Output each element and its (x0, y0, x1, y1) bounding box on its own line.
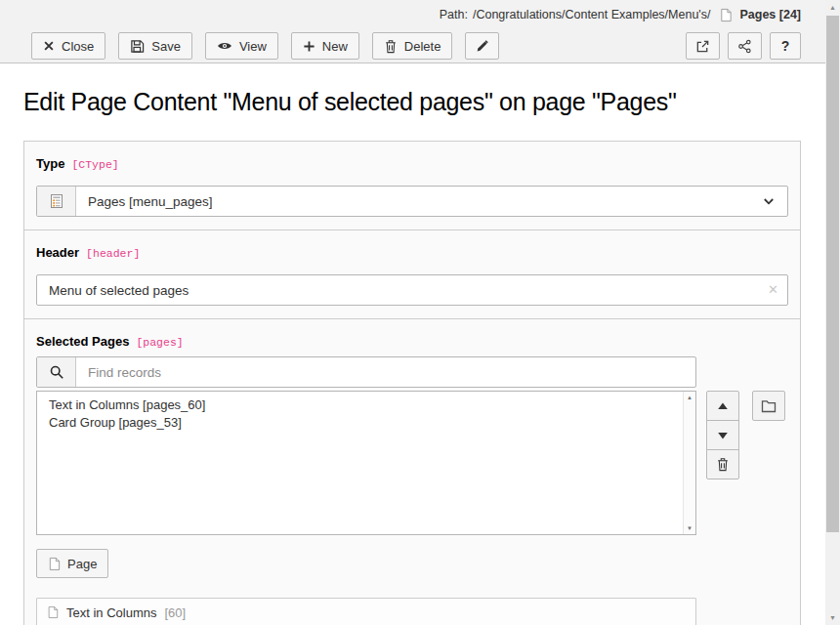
save-button[interactable]: Save (118, 32, 192, 60)
arrow-down-icon (717, 431, 729, 440)
share-icon (737, 39, 752, 54)
folder-icon (761, 399, 777, 413)
plus-icon (303, 40, 315, 53)
doc-header: Close Save View (0, 29, 825, 63)
record-panels: Text in Columns [60] (36, 598, 696, 625)
list-scrollbar[interactable]: ▲ ▼ (683, 392, 695, 534)
external-link-icon (695, 39, 710, 54)
page-icon (48, 557, 61, 571)
pencil-icon (475, 39, 489, 54)
scroll-down-icon[interactable]: ▼ (825, 610, 840, 625)
scroll-down-icon[interactable]: ▼ (687, 524, 693, 532)
help-button[interactable]: ? (770, 32, 801, 60)
new-button[interactable]: New (291, 32, 359, 60)
trash-icon (384, 39, 398, 54)
section-type: Type[CType] (23, 141, 801, 230)
field-label-header: Header[header] (36, 245, 788, 262)
field-label-type: Type[CType] (36, 156, 788, 173)
edit-form: Type[CType] (23, 141, 801, 625)
eye-icon (217, 39, 232, 53)
menu-pages-icon (49, 193, 64, 209)
field-label-pages: Selected Pages[pages] (36, 334, 788, 351)
section-header: Header[header] ✕ (23, 229, 801, 319)
type-select-value: Pages [menu_pages] (76, 187, 761, 216)
page-icon (47, 605, 59, 619)
page-title: Edit Page Content "Menu of selected page… (23, 88, 825, 116)
content-element-icon-addon (37, 187, 76, 216)
save-icon (130, 39, 145, 54)
record-title: Text in Columns (66, 605, 156, 620)
search-addon (37, 357, 76, 387)
section-selected-pages: Selected Pages[pages] Text in Col (23, 318, 801, 625)
chevron-down-icon (761, 187, 787, 216)
scroll-up-icon[interactable]: ▲ (825, 0, 840, 15)
question-icon: ? (781, 38, 790, 54)
move-down-button[interactable] (706, 420, 739, 450)
header-input[interactable] (36, 274, 788, 306)
record-search-group (36, 356, 696, 388)
record-panel[interactable]: Text in Columns [60] (36, 598, 696, 625)
search-input[interactable] (76, 357, 695, 387)
list-item[interactable]: Card Group [pages_53] (45, 414, 676, 432)
header-field-wrap: ✕ (36, 274, 788, 306)
trash-icon (716, 457, 730, 472)
delete-button[interactable]: Delete (372, 32, 453, 60)
toolbar-right: ? (686, 32, 801, 60)
field-code-header: [header] (86, 247, 140, 260)
page-scrollbar[interactable]: ▲ ▼ (825, 0, 840, 625)
field-code-pages: [pages] (136, 336, 183, 349)
record-title: Pages [24] (739, 8, 801, 21)
add-page-button[interactable]: Page (36, 549, 108, 578)
scrollbar-thumb[interactable] (826, 16, 839, 532)
path-label: Path: (440, 8, 468, 21)
clear-icon[interactable]: ✕ (768, 281, 778, 299)
selected-pages-listbox[interactable]: Text in Columns [pages_60] Card Group [p… (36, 391, 696, 535)
arrow-up-icon (717, 401, 729, 411)
listbox-options: Text in Columns [pages_60] Card Group [p… (37, 392, 695, 437)
module-body: Edit Page Content "Menu of selected page… (0, 64, 825, 625)
pages-field-row: Text in Columns [pages_60] Card Group [p… (36, 391, 788, 535)
view-button[interactable]: View (205, 32, 278, 60)
search-icon (49, 364, 64, 380)
record-uid: [60] (164, 605, 186, 620)
path-bar: Path: /Congratulations/Content Examples/… (0, 0, 825, 29)
toolbar-left: Close Save View (31, 32, 499, 60)
remove-selected-button[interactable] (706, 449, 739, 479)
type-select[interactable]: Pages [menu_pages] (36, 186, 788, 217)
list-controls (706, 391, 739, 479)
open-new-window-button[interactable] (686, 32, 720, 60)
share-button[interactable] (728, 32, 762, 60)
move-up-button[interactable] (706, 391, 739, 421)
edit-button[interactable] (465, 32, 499, 60)
close-icon (43, 40, 55, 52)
field-code-ctype: [CType] (71, 158, 118, 171)
scroll-up-icon[interactable]: ▲ (687, 394, 693, 401)
path-value: /Congratulations/Content Examples/Menu's… (473, 8, 711, 21)
page-record-icon (719, 8, 733, 22)
browse-records-button[interactable] (752, 391, 785, 421)
close-button[interactable]: Close (31, 32, 105, 60)
list-item[interactable]: Text in Columns [pages_60] (45, 396, 676, 414)
